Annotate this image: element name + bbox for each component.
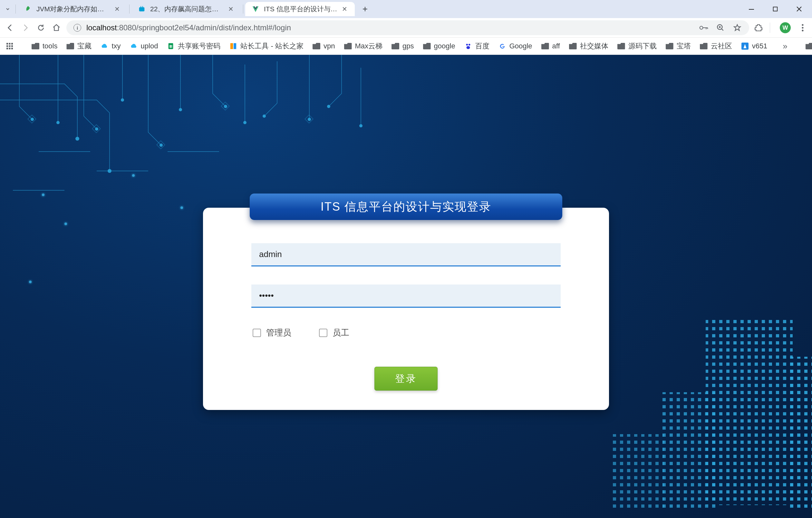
- extensions-icon[interactable]: [754, 23, 763, 33]
- svg-rect-13: [6, 46, 8, 47]
- bookmark-label: gps: [402, 42, 414, 50]
- bookmark-label: v651: [752, 42, 767, 50]
- zoom-icon[interactable]: [716, 23, 725, 33]
- address-path: :8080/springboot2el54/admin/dist/index.h…: [117, 23, 291, 32]
- browser-tab-0[interactable]: JVM对象分配内存如何保证线程 ✕: [18, 2, 127, 16]
- svg-rect-50: [712, 318, 793, 512]
- role-staff-option[interactable]: 员工: [319, 327, 349, 338]
- tab-separator: [243, 4, 243, 13]
- reload-icon[interactable]: [35, 22, 47, 33]
- checkbox-icon[interactable]: [319, 329, 327, 337]
- bookmark-baota[interactable]: 宝塔: [664, 40, 692, 52]
- maximize-icon[interactable]: [771, 4, 780, 13]
- sheet-icon: [167, 42, 175, 50]
- apps-grid-icon[interactable]: [4, 42, 15, 51]
- folder-icon: [806, 43, 812, 49]
- decor-dot: [180, 207, 183, 209]
- bookmark-label: Max云梯: [355, 41, 383, 51]
- bookmark-v651[interactable]: v651: [740, 41, 769, 51]
- baidu-icon: [464, 42, 472, 50]
- home-icon[interactable]: [51, 22, 62, 33]
- browser-tab-2[interactable]: ITS 信息平台的设计与实现 ✕: [245, 2, 355, 16]
- svg-point-27: [466, 46, 470, 49]
- svg-point-25: [466, 44, 468, 46]
- bookmark-cloud-community[interactable]: 云社区: [699, 40, 733, 52]
- bookmark-social[interactable]: 社交媒体: [568, 40, 610, 52]
- bookmark-gps[interactable]: gps: [390, 41, 415, 51]
- decor-dot: [64, 222, 67, 225]
- bookmark-uplod[interactable]: uplod: [128, 41, 160, 51]
- all-bookmarks[interactable]: 所有书签: [804, 40, 812, 52]
- svg-point-40: [308, 118, 311, 121]
- close-icon[interactable]: ✕: [342, 6, 348, 12]
- minimize-icon[interactable]: [747, 4, 756, 13]
- browser-tab-1[interactable]: 22、内存飙高问题怎么排查? ✕: [132, 2, 241, 16]
- tab-search-icon[interactable]: [4, 5, 11, 13]
- svg-rect-46: [221, 102, 229, 110]
- bookmarks-overflow-icon[interactable]: »: [781, 40, 788, 52]
- svg-rect-2: [142, 6, 143, 8]
- star-icon[interactable]: [732, 23, 742, 33]
- bookmark-download[interactable]: 源码下载: [616, 40, 658, 52]
- bookmark-vpn[interactable]: vpn: [311, 41, 336, 51]
- svg-point-32: [56, 121, 60, 124]
- bookmark-zhanzhang[interactable]: 站长工具 - 站长之家: [228, 40, 305, 52]
- svg-rect-55: [661, 392, 715, 512]
- svg-rect-4: [773, 7, 778, 11]
- new-tab-button[interactable]: +: [358, 2, 372, 16]
- svg-rect-23: [230, 43, 233, 49]
- bookmark-txy[interactable]: txy: [99, 41, 122, 51]
- svg-rect-22: [171, 45, 171, 48]
- role-admin-option[interactable]: 管理员: [253, 327, 291, 338]
- kebab-menu-icon[interactable]: [798, 23, 808, 33]
- bookmark-baidu[interactable]: 百度: [463, 40, 491, 52]
- bookmark-tools[interactable]: tools: [30, 41, 59, 51]
- svg-rect-16: [6, 48, 8, 49]
- decor-dot: [42, 193, 45, 196]
- forward-icon[interactable]: [20, 22, 31, 33]
- close-icon[interactable]: ✕: [114, 6, 121, 12]
- address-host: localhost: [86, 23, 117, 32]
- browser-toolbar: i localhost:8080/springboot2el54/admin/d…: [0, 18, 812, 37]
- window-close-icon[interactable]: [794, 4, 804, 13]
- bookmark-label: 宝塔: [677, 41, 691, 51]
- folder-icon: [541, 43, 549, 49]
- bookmark-google[interactable]: Google: [497, 41, 533, 51]
- checkbox-icon[interactable]: [253, 329, 261, 337]
- bookmark-label: 站长工具 - 站长之家: [240, 41, 303, 51]
- bookmark-aff[interactable]: aff: [540, 41, 561, 51]
- svg-point-31: [31, 118, 34, 121]
- svg-point-26: [468, 44, 470, 46]
- blue-video-icon: [138, 5, 146, 13]
- login-button[interactable]: 登录: [374, 367, 438, 390]
- decor-dot: [132, 174, 135, 177]
- bookmark-google-folder[interactable]: google: [422, 41, 457, 51]
- site-info-icon[interactable]: i: [74, 24, 81, 32]
- username-input[interactable]: [251, 243, 561, 266]
- bookmark-treasure[interactable]: 宝藏: [65, 40, 93, 52]
- svg-rect-47: [305, 115, 313, 123]
- svg-rect-0: [139, 7, 145, 11]
- svg-point-9: [802, 30, 803, 31]
- bookmark-maxladder[interactable]: Max云梯: [343, 40, 384, 52]
- folder-icon: [392, 43, 399, 49]
- back-icon[interactable]: [4, 22, 16, 33]
- login-title: ITS 信息平台的设计与实现登录: [321, 199, 491, 215]
- bookmark-label: 百度: [475, 41, 489, 51]
- bookmark-label: tools: [42, 42, 57, 50]
- password-input[interactable]: [251, 284, 561, 308]
- password-key-icon[interactable]: [699, 23, 708, 33]
- svg-rect-1: [141, 6, 141, 8]
- folder-icon: [344, 43, 352, 49]
- svg-rect-44: [92, 125, 100, 133]
- close-icon[interactable]: ✕: [228, 6, 235, 12]
- bookmark-shared-account[interactable]: 共享账号密码: [166, 40, 222, 52]
- tab-title: JVM对象分配内存如何保证线程: [36, 4, 110, 13]
- svg-rect-57: [786, 357, 812, 512]
- profile-avatar[interactable]: W: [780, 22, 791, 33]
- bookmark-label: uplod: [141, 42, 158, 50]
- folder-icon: [32, 43, 39, 49]
- folder-icon: [700, 43, 707, 49]
- svg-rect-56: [612, 434, 664, 512]
- address-bar[interactable]: i localhost:8080/springboot2el54/admin/d…: [66, 20, 749, 35]
